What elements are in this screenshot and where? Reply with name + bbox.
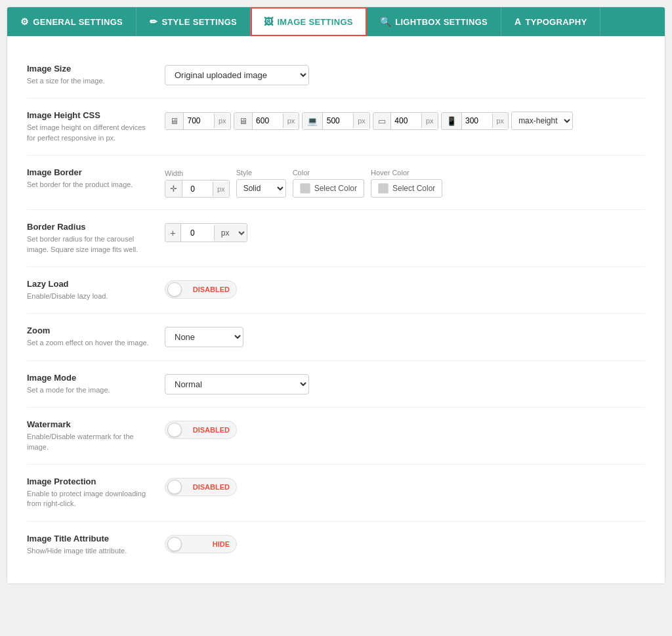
height-input-tablet[interactable] xyxy=(391,113,421,129)
lazy-load-desc: Enable/Disable lazy load. xyxy=(27,291,152,301)
image-border-desc: Set border for the product image. xyxy=(27,180,152,190)
border-hover-color-col: Hover Color Select Color xyxy=(371,169,442,198)
zoom-control: None Zoom In Zoom Out xyxy=(165,326,645,347)
border-style-select[interactable]: Solid Dashed Dotted None xyxy=(236,179,286,198)
image-size-select[interactable]: Original uploaded image Thumbnail Medium… xyxy=(165,65,309,85)
lazy-load-label-group: Lazy Load Enable/Disable lazy load. xyxy=(27,279,165,301)
image-height-row: Image Height CSS Set image height on dif… xyxy=(27,98,645,156)
image-title-title: Image Title Attribute xyxy=(27,534,152,543)
lazy-load-control: DISABLED xyxy=(165,279,645,299)
height-unit-desktop-xl: px xyxy=(214,114,230,128)
image-border-label-group: Image Border Set border for the product … xyxy=(27,167,165,190)
search-icon: 🔍 xyxy=(380,16,391,27)
zoom-title: Zoom xyxy=(27,326,152,335)
border-radius-row: Border Radius Set border radius for the … xyxy=(27,210,645,267)
image-protection-control: DISABLED xyxy=(165,477,645,496)
image-size-desc: Set a size for the image. xyxy=(27,76,152,86)
height-input-laptop[interactable] xyxy=(323,113,353,129)
border-controls-group: Width ✛ px Style Solid Dashed Dotted xyxy=(165,169,442,198)
image-mode-label-group: Image Mode Set a mode for the image. xyxy=(27,373,165,395)
border-radius-label-group: Border Radius Set border radius for the … xyxy=(27,222,165,255)
tab-style[interactable]: ✏ STYLE SETTINGS xyxy=(136,7,251,36)
resize-icon: ✛ xyxy=(165,180,182,197)
watermark-control: DISABLED xyxy=(165,419,645,439)
image-protection-toggle[interactable]: DISABLED xyxy=(165,478,237,496)
height-group-mobile: 📱 px xyxy=(441,112,509,130)
image-border-title: Image Border xyxy=(27,167,152,177)
gear-icon: ⚙ xyxy=(20,16,29,27)
border-color-col: Color Select Color xyxy=(293,169,364,198)
border-hover-color-button[interactable]: Select Color xyxy=(371,179,442,198)
image-title-toggle[interactable]: HIDE xyxy=(165,535,237,553)
image-mode-desc: Set a mode for the image. xyxy=(27,385,152,395)
height-inputs-group: 🖥 px 🖥 px 💻 px xyxy=(165,112,573,130)
watermark-row: Watermark Enable/Disable watermark for t… xyxy=(27,408,645,465)
mobile-icon: 📱 xyxy=(442,113,462,129)
zoom-label-group: Zoom Set a zoom effect on hover the imag… xyxy=(27,326,165,348)
image-icon: 🖼 xyxy=(264,16,273,27)
border-style-label: Style xyxy=(236,169,286,177)
image-mode-control: Normal Grayscale Sepia Blur Brightness xyxy=(165,373,645,394)
border-width-unit: px xyxy=(213,182,229,196)
lazy-load-title: Lazy Load xyxy=(27,279,152,289)
border-radius-group: + px % em xyxy=(165,223,247,242)
tablet-icon: ▭ xyxy=(373,113,391,129)
watermark-label-group: Watermark Enable/Disable watermark for t… xyxy=(27,419,165,452)
title-toggle-knob xyxy=(167,537,182,551)
border-color-label: Color xyxy=(293,169,364,177)
image-protection-title: Image Protection xyxy=(27,477,152,486)
border-radius-input[interactable] xyxy=(181,225,214,241)
height-input-desktop-xl[interactable] xyxy=(184,113,214,129)
main-container: ⚙ GENERAL SETTINGS ✏ STYLE SETTINGS 🖼 IM… xyxy=(7,7,665,584)
desktop-xl-icon: 🖥 xyxy=(165,113,184,129)
laptop-icon: 💻 xyxy=(303,113,323,129)
height-input-mobile[interactable] xyxy=(462,113,492,129)
tab-image[interactable]: 🖼 IMAGE SETTINGS xyxy=(251,7,367,36)
tab-lightbox[interactable]: 🔍 LIGHTBOX SETTINGS xyxy=(367,7,501,36)
image-size-row: Image Size Set a size for the image. Ori… xyxy=(27,52,645,98)
image-mode-row: Image Mode Set a mode for the image. Nor… xyxy=(27,361,645,408)
border-radius-control: + px % em xyxy=(165,222,645,242)
border-width-label: Width xyxy=(165,169,230,177)
watermark-toggle[interactable]: DISABLED xyxy=(165,421,237,439)
image-mode-title: Image Mode xyxy=(27,373,152,383)
image-title-desc: Show/Hide image title attribute. xyxy=(27,546,152,556)
protection-toggle-knob xyxy=(167,480,182,494)
image-size-label-group: Image Size Set a size for the image. xyxy=(27,64,165,86)
zoom-select[interactable]: None Zoom In Zoom Out xyxy=(165,327,243,347)
border-radius-desc: Set border radius for the carousel image… xyxy=(27,234,152,255)
height-unit-laptop: px xyxy=(353,114,369,128)
max-height-select[interactable]: max-height height xyxy=(511,112,573,130)
height-unit-mobile: px xyxy=(492,114,509,128)
zoom-desc: Set a zoom effect on hover the image. xyxy=(27,338,152,348)
image-height-title: Image Height CSS xyxy=(27,110,152,120)
tab-general[interactable]: ⚙ GENERAL SETTINGS xyxy=(7,7,136,36)
image-mode-select[interactable]: Normal Grayscale Sepia Blur Brightness xyxy=(165,374,309,394)
height-unit-desktop: px xyxy=(283,114,299,128)
border-width-input[interactable] xyxy=(182,181,213,197)
pencil-icon: ✏ xyxy=(150,16,158,27)
lazy-load-row: Lazy Load Enable/Disable lazy load. DISA… xyxy=(27,267,645,314)
height-input-desktop[interactable] xyxy=(253,113,283,129)
tab-typography[interactable]: A TYPOGRAPHY xyxy=(501,7,600,36)
height-group-tablet: ▭ px xyxy=(373,112,438,130)
zoom-row: Zoom Set a zoom effect on hover the imag… xyxy=(27,314,645,360)
border-color-button[interactable]: Select Color xyxy=(293,179,364,198)
border-width-group: ✛ px xyxy=(165,180,230,198)
image-border-control: Width ✛ px Style Solid Dashed Dotted xyxy=(165,167,645,198)
watermark-desc: Enable/Disable watermark for the image. xyxy=(27,432,152,452)
toggle-knob xyxy=(167,282,182,297)
image-height-desc: Set image height on different devices fo… xyxy=(27,123,152,143)
lazy-load-toggle[interactable]: DISABLED xyxy=(165,280,237,299)
color-swatch xyxy=(300,183,310,194)
height-group-desktop-xl: 🖥 px xyxy=(165,112,231,130)
image-protection-row: Image Protection Enable to protect image… xyxy=(27,465,645,522)
watermark-toggle-knob xyxy=(167,423,182,437)
image-height-control: 🖥 px 🖥 px 💻 px xyxy=(165,110,645,130)
tabs-bar: ⚙ GENERAL SETTINGS ✏ STYLE SETTINGS 🖼 IM… xyxy=(7,7,665,36)
border-width-col: Width ✛ px xyxy=(165,169,230,198)
height-unit-tablet: px xyxy=(421,114,438,128)
border-radius-title: Border Radius xyxy=(27,222,152,232)
border-radius-unit-select[interactable]: px % em xyxy=(214,224,247,242)
image-title-control: HIDE xyxy=(165,534,645,553)
